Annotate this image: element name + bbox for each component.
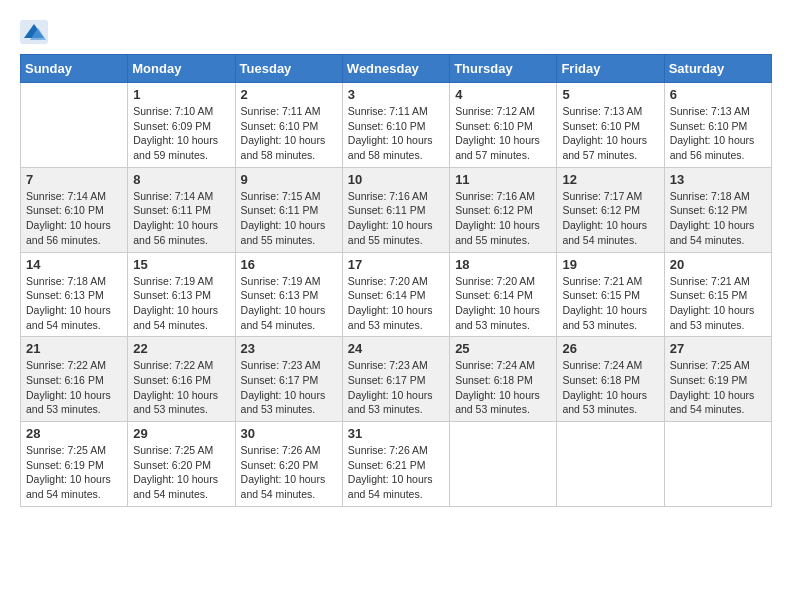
day-number: 9	[241, 172, 337, 187]
calendar-cell: 7Sunrise: 7:14 AMSunset: 6:10 PMDaylight…	[21, 167, 128, 252]
day-info: Sunrise: 7:20 AMSunset: 6:14 PMDaylight:…	[455, 274, 551, 333]
calendar-cell: 9Sunrise: 7:15 AMSunset: 6:11 PMDaylight…	[235, 167, 342, 252]
calendar-cell	[450, 422, 557, 507]
day-number: 22	[133, 341, 229, 356]
day-of-week-header: Tuesday	[235, 55, 342, 83]
day-of-week-header: Thursday	[450, 55, 557, 83]
day-number: 2	[241, 87, 337, 102]
calendar-week-row: 7Sunrise: 7:14 AMSunset: 6:10 PMDaylight…	[21, 167, 772, 252]
day-number: 3	[348, 87, 444, 102]
day-info: Sunrise: 7:26 AMSunset: 6:20 PMDaylight:…	[241, 443, 337, 502]
day-info: Sunrise: 7:18 AMSunset: 6:12 PMDaylight:…	[670, 189, 766, 248]
day-number: 20	[670, 257, 766, 272]
calendar-table: SundayMondayTuesdayWednesdayThursdayFrid…	[20, 54, 772, 507]
calendar-cell: 30Sunrise: 7:26 AMSunset: 6:20 PMDayligh…	[235, 422, 342, 507]
day-info: Sunrise: 7:14 AMSunset: 6:11 PMDaylight:…	[133, 189, 229, 248]
day-info: Sunrise: 7:16 AMSunset: 6:12 PMDaylight:…	[455, 189, 551, 248]
day-info: Sunrise: 7:17 AMSunset: 6:12 PMDaylight:…	[562, 189, 658, 248]
day-info: Sunrise: 7:22 AMSunset: 6:16 PMDaylight:…	[26, 358, 122, 417]
day-number: 7	[26, 172, 122, 187]
day-info: Sunrise: 7:12 AMSunset: 6:10 PMDaylight:…	[455, 104, 551, 163]
day-number: 5	[562, 87, 658, 102]
calendar-cell: 27Sunrise: 7:25 AMSunset: 6:19 PMDayligh…	[664, 337, 771, 422]
calendar-cell: 28Sunrise: 7:25 AMSunset: 6:19 PMDayligh…	[21, 422, 128, 507]
calendar-week-row: 1Sunrise: 7:10 AMSunset: 6:09 PMDaylight…	[21, 83, 772, 168]
day-number: 12	[562, 172, 658, 187]
calendar-cell: 3Sunrise: 7:11 AMSunset: 6:10 PMDaylight…	[342, 83, 449, 168]
day-number: 10	[348, 172, 444, 187]
day-of-week-header: Saturday	[664, 55, 771, 83]
calendar-cell: 25Sunrise: 7:24 AMSunset: 6:18 PMDayligh…	[450, 337, 557, 422]
calendar-cell: 26Sunrise: 7:24 AMSunset: 6:18 PMDayligh…	[557, 337, 664, 422]
day-info: Sunrise: 7:19 AMSunset: 6:13 PMDaylight:…	[133, 274, 229, 333]
day-number: 19	[562, 257, 658, 272]
day-number: 30	[241, 426, 337, 441]
day-of-week-header: Monday	[128, 55, 235, 83]
day-number: 25	[455, 341, 551, 356]
calendar-week-row: 14Sunrise: 7:18 AMSunset: 6:13 PMDayligh…	[21, 252, 772, 337]
calendar-cell: 8Sunrise: 7:14 AMSunset: 6:11 PMDaylight…	[128, 167, 235, 252]
calendar-cell: 10Sunrise: 7:16 AMSunset: 6:11 PMDayligh…	[342, 167, 449, 252]
day-number: 6	[670, 87, 766, 102]
calendar-cell: 15Sunrise: 7:19 AMSunset: 6:13 PMDayligh…	[128, 252, 235, 337]
day-number: 29	[133, 426, 229, 441]
day-info: Sunrise: 7:19 AMSunset: 6:13 PMDaylight:…	[241, 274, 337, 333]
calendar-cell: 11Sunrise: 7:16 AMSunset: 6:12 PMDayligh…	[450, 167, 557, 252]
day-info: Sunrise: 7:21 AMSunset: 6:15 PMDaylight:…	[670, 274, 766, 333]
day-number: 15	[133, 257, 229, 272]
day-number: 1	[133, 87, 229, 102]
day-number: 31	[348, 426, 444, 441]
day-info: Sunrise: 7:25 AMSunset: 6:19 PMDaylight:…	[26, 443, 122, 502]
calendar-cell: 12Sunrise: 7:17 AMSunset: 6:12 PMDayligh…	[557, 167, 664, 252]
calendar-cell: 21Sunrise: 7:22 AMSunset: 6:16 PMDayligh…	[21, 337, 128, 422]
calendar-cell: 14Sunrise: 7:18 AMSunset: 6:13 PMDayligh…	[21, 252, 128, 337]
calendar-cell: 5Sunrise: 7:13 AMSunset: 6:10 PMDaylight…	[557, 83, 664, 168]
day-of-week-header: Friday	[557, 55, 664, 83]
day-number: 24	[348, 341, 444, 356]
day-info: Sunrise: 7:26 AMSunset: 6:21 PMDaylight:…	[348, 443, 444, 502]
calendar-cell: 17Sunrise: 7:20 AMSunset: 6:14 PMDayligh…	[342, 252, 449, 337]
day-number: 14	[26, 257, 122, 272]
day-info: Sunrise: 7:22 AMSunset: 6:16 PMDaylight:…	[133, 358, 229, 417]
calendar-cell: 2Sunrise: 7:11 AMSunset: 6:10 PMDaylight…	[235, 83, 342, 168]
day-info: Sunrise: 7:24 AMSunset: 6:18 PMDaylight:…	[562, 358, 658, 417]
day-number: 21	[26, 341, 122, 356]
calendar-body: 1Sunrise: 7:10 AMSunset: 6:09 PMDaylight…	[21, 83, 772, 507]
day-info: Sunrise: 7:20 AMSunset: 6:14 PMDaylight:…	[348, 274, 444, 333]
logo-icon	[20, 20, 48, 44]
day-number: 28	[26, 426, 122, 441]
day-info: Sunrise: 7:18 AMSunset: 6:13 PMDaylight:…	[26, 274, 122, 333]
calendar-cell: 24Sunrise: 7:23 AMSunset: 6:17 PMDayligh…	[342, 337, 449, 422]
day-info: Sunrise: 7:11 AMSunset: 6:10 PMDaylight:…	[348, 104, 444, 163]
day-info: Sunrise: 7:23 AMSunset: 6:17 PMDaylight:…	[348, 358, 444, 417]
day-info: Sunrise: 7:13 AMSunset: 6:10 PMDaylight:…	[562, 104, 658, 163]
logo	[20, 20, 52, 44]
day-info: Sunrise: 7:25 AMSunset: 6:20 PMDaylight:…	[133, 443, 229, 502]
calendar-cell: 18Sunrise: 7:20 AMSunset: 6:14 PMDayligh…	[450, 252, 557, 337]
calendar-cell: 31Sunrise: 7:26 AMSunset: 6:21 PMDayligh…	[342, 422, 449, 507]
calendar-header-row: SundayMondayTuesdayWednesdayThursdayFrid…	[21, 55, 772, 83]
day-number: 17	[348, 257, 444, 272]
day-number: 11	[455, 172, 551, 187]
day-number: 27	[670, 341, 766, 356]
calendar-cell: 19Sunrise: 7:21 AMSunset: 6:15 PMDayligh…	[557, 252, 664, 337]
day-info: Sunrise: 7:15 AMSunset: 6:11 PMDaylight:…	[241, 189, 337, 248]
day-info: Sunrise: 7:24 AMSunset: 6:18 PMDaylight:…	[455, 358, 551, 417]
calendar-cell: 23Sunrise: 7:23 AMSunset: 6:17 PMDayligh…	[235, 337, 342, 422]
day-number: 23	[241, 341, 337, 356]
day-info: Sunrise: 7:16 AMSunset: 6:11 PMDaylight:…	[348, 189, 444, 248]
calendar-cell: 6Sunrise: 7:13 AMSunset: 6:10 PMDaylight…	[664, 83, 771, 168]
day-info: Sunrise: 7:25 AMSunset: 6:19 PMDaylight:…	[670, 358, 766, 417]
day-info: Sunrise: 7:13 AMSunset: 6:10 PMDaylight:…	[670, 104, 766, 163]
day-info: Sunrise: 7:14 AMSunset: 6:10 PMDaylight:…	[26, 189, 122, 248]
day-number: 8	[133, 172, 229, 187]
calendar-cell	[664, 422, 771, 507]
calendar-week-row: 21Sunrise: 7:22 AMSunset: 6:16 PMDayligh…	[21, 337, 772, 422]
day-number: 16	[241, 257, 337, 272]
calendar-week-row: 28Sunrise: 7:25 AMSunset: 6:19 PMDayligh…	[21, 422, 772, 507]
day-number: 13	[670, 172, 766, 187]
calendar-cell	[557, 422, 664, 507]
day-number: 18	[455, 257, 551, 272]
calendar-cell	[21, 83, 128, 168]
calendar-cell: 20Sunrise: 7:21 AMSunset: 6:15 PMDayligh…	[664, 252, 771, 337]
